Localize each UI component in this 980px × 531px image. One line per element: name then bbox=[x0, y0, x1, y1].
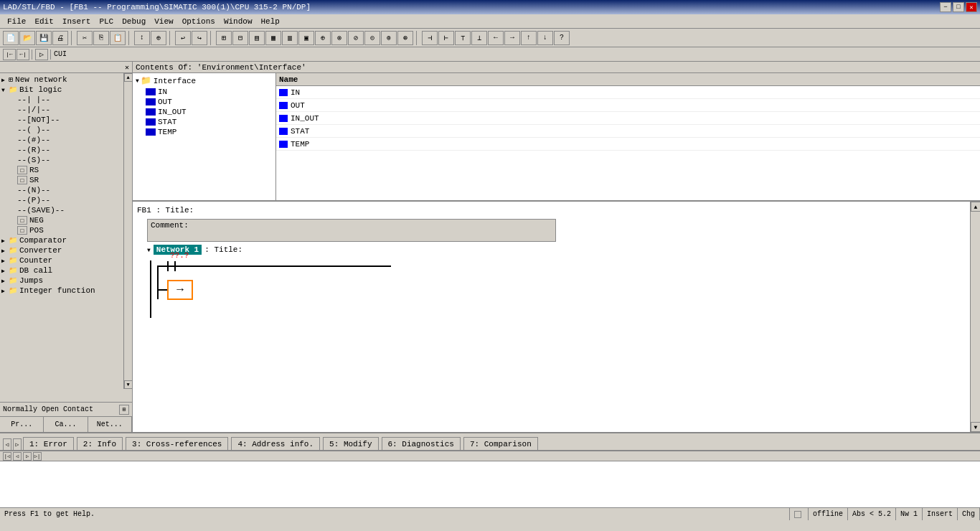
copy-button[interactable]: ⎘ bbox=[93, 31, 109, 45]
tb-btn2[interactable]: ⊟ bbox=[232, 31, 248, 45]
logic-btn4[interactable]: ⊥ bbox=[471, 31, 487, 45]
logic-btn8[interactable]: ↓ bbox=[537, 31, 553, 45]
nav-btn1[interactable]: ↕ bbox=[134, 31, 150, 45]
intf-tree-out[interactable]: OUT bbox=[134, 97, 274, 107]
tb2-btn1[interactable]: |← bbox=[3, 49, 16, 60]
intf-tree-in[interactable]: IN bbox=[134, 87, 274, 97]
paste-button[interactable]: 📋 bbox=[110, 31, 126, 45]
tb-btn6[interactable]: ▣ bbox=[298, 31, 314, 45]
menu-options[interactable]: Options bbox=[178, 17, 220, 27]
maximize-button[interactable]: □ bbox=[953, 2, 964, 12]
new-button[interactable]: 📄 bbox=[3, 31, 19, 45]
open-button[interactable]: 📂 bbox=[19, 31, 35, 45]
intf-tree-interface[interactable]: ▼ 📁 Interface bbox=[134, 75, 274, 87]
logic-btn5[interactable]: ← bbox=[488, 31, 504, 45]
menu-plc[interactable]: PLC bbox=[95, 17, 118, 27]
tab-network[interactable]: Net... bbox=[88, 417, 132, 432]
panel-close[interactable]: ✕ bbox=[125, 63, 129, 72]
tab-diag[interactable]: 6: Diagnostics bbox=[382, 437, 461, 450]
menu-edit[interactable]: Edit bbox=[30, 17, 57, 27]
out-nav-next[interactable]: ▷ bbox=[23, 452, 32, 461]
logic-btn1[interactable]: ⊣ bbox=[422, 31, 438, 45]
tab-programs[interactable]: Pr... bbox=[0, 417, 44, 432]
logic-btn3[interactable]: ⊤ bbox=[455, 31, 471, 45]
tab-nav-left[interactable]: ◁ bbox=[3, 438, 11, 450]
tree-new-network[interactable]: ▶ ⊞ New network bbox=[1, 75, 131, 85]
tree-contact-nc[interactable]: --|/|-- bbox=[1, 105, 131, 115]
menu-file[interactable]: File bbox=[3, 17, 30, 27]
tab-address[interactable]: 4: Address info. bbox=[231, 437, 320, 450]
tb-btn5[interactable]: ▥ bbox=[282, 31, 298, 45]
tree-pos[interactable]: □ POS bbox=[1, 225, 131, 235]
tree-neg[interactable]: □ NEG bbox=[1, 215, 131, 225]
out-nav-prev[interactable]: ◁ bbox=[13, 452, 22, 461]
tb-btn12[interactable]: ⊛ bbox=[397, 31, 413, 45]
tree-set[interactable]: --(S)-- bbox=[1, 155, 131, 165]
tree-not[interactable]: --[NOT]-- bbox=[1, 115, 131, 125]
save-button[interactable]: 💾 bbox=[36, 31, 52, 45]
scroll-up-btn[interactable]: ▲ bbox=[124, 73, 133, 82]
cut-button[interactable]: ✂ bbox=[77, 31, 93, 45]
contact-address[interactable]: ??.? bbox=[170, 251, 189, 260]
out-nav-last[interactable]: ▷| bbox=[33, 452, 42, 461]
tree-comparator[interactable]: ▶ 📁 Comparator bbox=[1, 235, 131, 245]
out-nav-first[interactable]: |◁ bbox=[3, 452, 11, 461]
tb-btn1[interactable]: ⊞ bbox=[216, 31, 232, 45]
undo-button[interactable]: ↩ bbox=[175, 31, 191, 45]
tb-btn4[interactable]: ▦ bbox=[265, 31, 281, 45]
tb-btn10[interactable]: ⊙ bbox=[364, 31, 380, 45]
logic-btn6[interactable]: → bbox=[504, 31, 520, 45]
menu-debug[interactable]: Debug bbox=[118, 17, 150, 27]
tab-modify[interactable]: 5: Modify bbox=[323, 437, 378, 450]
menu-window[interactable]: Window bbox=[220, 17, 257, 27]
tb-btn7[interactable]: ⊕ bbox=[315, 31, 331, 45]
tree-counter[interactable]: ▶ 📁 Counter bbox=[1, 255, 131, 266]
tab-catalog[interactable]: Ca... bbox=[44, 417, 88, 432]
tree-neg-edge[interactable]: --(N)-- bbox=[1, 185, 131, 195]
minimize-button[interactable]: − bbox=[940, 2, 951, 12]
tree-bit-logic[interactable]: ▼ 📁 Bit logic bbox=[1, 85, 131, 95]
intf-tree-temp[interactable]: TEMP bbox=[134, 127, 274, 137]
tab-crossref[interactable]: 3: Cross-references bbox=[126, 437, 228, 450]
network-expand[interactable]: ▼ bbox=[147, 247, 151, 253]
logic-btn2[interactable]: ⊢ bbox=[438, 31, 454, 45]
nav-btn2[interactable]: ⊕ bbox=[151, 31, 166, 45]
print-button[interactable]: 🖨 bbox=[52, 31, 68, 45]
tree-coil[interactable]: --( )-- bbox=[1, 125, 131, 135]
panel-status-btn[interactable]: ⊞ bbox=[119, 405, 129, 415]
intf-tree-inout[interactable]: IN_OUT bbox=[134, 107, 274, 117]
tree-jumps[interactable]: ▶ 📁 Jumps bbox=[1, 276, 131, 286]
tb-btn3[interactable]: ▤ bbox=[249, 31, 265, 45]
tree-pos-edge[interactable]: --(P)-- bbox=[1, 195, 131, 205]
tree-reset[interactable]: --(R)-- bbox=[1, 145, 131, 155]
tab-compare[interactable]: 7: Comparison bbox=[463, 437, 538, 450]
tree-mid-coil[interactable]: --(#)-- bbox=[1, 135, 131, 145]
tree-rs[interactable]: □ RS bbox=[1, 165, 131, 175]
tree-integer[interactable]: ▶ 📁 Integer function bbox=[1, 286, 131, 296]
tab-info[interactable]: 2: Info bbox=[77, 437, 123, 450]
tree-converter[interactable]: ▶ 📁 Converter bbox=[1, 245, 131, 255]
menu-view[interactable]: View bbox=[150, 17, 177, 27]
tb-btn8[interactable]: ⊗ bbox=[331, 31, 347, 45]
tree-contact-no[interactable]: --| |-- bbox=[1, 95, 131, 105]
tree-save[interactable]: --(SAVE)-- bbox=[1, 205, 131, 215]
move-box[interactable]: → bbox=[167, 280, 193, 300]
logic-btn7[interactable]: ↑ bbox=[521, 31, 537, 45]
tb-btn11[interactable]: ⊚ bbox=[381, 31, 397, 45]
tree-dbcall[interactable]: ▶ 📁 DB call bbox=[1, 266, 131, 276]
logic-btn9[interactable]: ? bbox=[554, 31, 570, 45]
tb-btn9[interactable]: ⊘ bbox=[348, 31, 364, 45]
intf-tree-stat[interactable]: STAT bbox=[134, 117, 274, 127]
menu-insert[interactable]: Insert bbox=[58, 17, 95, 27]
scroll-down-btn[interactable]: ▼ bbox=[124, 380, 133, 389]
tb2-btn2[interactable]: ←| bbox=[17, 49, 29, 60]
tab-error[interactable]: 1: Error bbox=[23, 437, 74, 450]
close-button[interactable]: ✕ bbox=[966, 2, 977, 12]
menu-help[interactable]: Help bbox=[256, 17, 283, 27]
redo-button[interactable]: ↪ bbox=[192, 31, 207, 45]
tree-sr[interactable]: □ SR bbox=[1, 175, 131, 185]
tb2-btn3[interactable]: ▷ bbox=[35, 49, 48, 60]
prog-scroll-up[interactable]: ▲ bbox=[971, 202, 980, 212]
prog-scroll-down[interactable]: ▼ bbox=[971, 422, 980, 432]
tab-nav-right[interactable]: ▷ bbox=[13, 438, 22, 450]
